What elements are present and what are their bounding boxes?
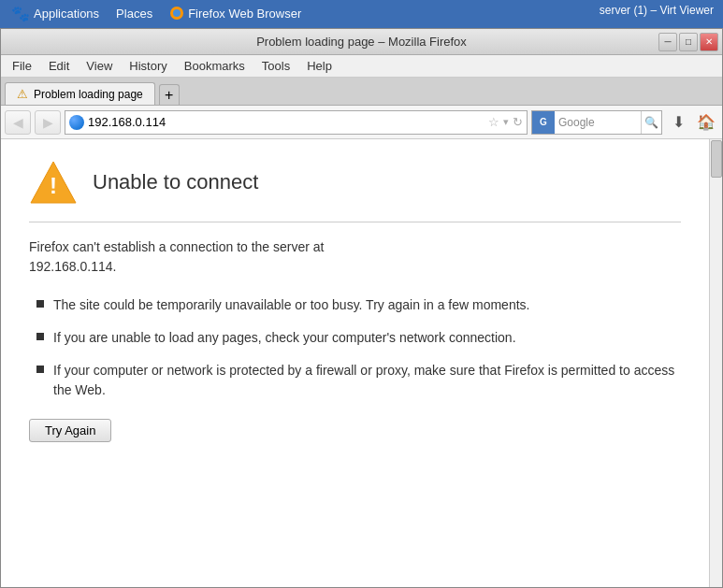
firefox-menubar: File Edit View History Bookmarks Tools H… xyxy=(1,55,722,78)
address-input[interactable] xyxy=(88,115,484,129)
places-menu[interactable]: Places xyxy=(108,5,160,22)
home-button[interactable]: 🏠 xyxy=(694,110,718,135)
desktop-topbar: 🐾 Applications Places Firefox Web Browse… xyxy=(0,0,723,26)
error-title: Unable to connect xyxy=(93,170,258,194)
bookmark-star-icon[interactable]: ☆ xyxy=(488,115,499,129)
error-description: Firefox can't establish a connection to … xyxy=(29,237,681,277)
applications-menu[interactable]: 🐾 Applications xyxy=(4,3,107,24)
error-list-item-1: The site could be temporarily unavailabl… xyxy=(36,295,681,315)
search-bar[interactable]: G Google 🔍 xyxy=(531,110,662,135)
error-divider xyxy=(29,222,681,222)
scroll-thumb[interactable] xyxy=(711,140,722,178)
refresh-icon[interactable]: ↻ xyxy=(513,115,523,129)
firefox-icon xyxy=(169,6,184,21)
menu-help[interactable]: Help xyxy=(299,57,340,75)
applications-label: Applications xyxy=(34,7,99,21)
window-controls: ─ □ ✕ xyxy=(658,33,718,51)
menu-history[interactable]: History xyxy=(122,57,174,75)
error-list-item-2: If you are unable to load any pages, che… xyxy=(36,328,681,348)
firefox-window-title: Problem loading page – Mozilla Firefox xyxy=(256,35,467,49)
menu-tools[interactable]: Tools xyxy=(254,57,297,75)
scrollbar[interactable] xyxy=(709,139,722,587)
error-header: ! Unable to connect xyxy=(29,158,681,207)
tab-warning-icon: ⚠ xyxy=(17,87,28,101)
bullet-icon-3 xyxy=(36,366,44,373)
error-list-item-3: If your computer or network is protected… xyxy=(36,361,681,400)
menu-edit[interactable]: Edit xyxy=(41,57,77,75)
svg-text:!: ! xyxy=(50,173,57,198)
address-bar[interactable]: ☆ ▾ ↻ xyxy=(65,110,528,135)
forward-button[interactable]: ▶ xyxy=(35,110,61,135)
places-label: Places xyxy=(116,7,152,21)
tab-bar: ⚠ Problem loading page + xyxy=(1,78,722,106)
download-button[interactable]: ⬇ xyxy=(666,110,690,135)
error-list: The site could be temporarily unavailabl… xyxy=(29,295,681,400)
google-search-icon: G xyxy=(532,111,555,134)
try-again-button[interactable]: Try Again xyxy=(29,419,111,442)
bullet-icon-1 xyxy=(36,300,44,308)
maximize-button[interactable]: □ xyxy=(679,33,698,51)
search-input[interactable]: Google xyxy=(555,116,641,129)
tab-label: Problem loading page xyxy=(34,88,143,101)
tab-problem-loading[interactable]: ⚠ Problem loading page xyxy=(5,82,155,105)
new-tab-button[interactable]: + xyxy=(159,84,180,105)
menu-bookmarks[interactable]: Bookmarks xyxy=(177,57,253,75)
back-button[interactable]: ◀ xyxy=(5,110,31,135)
page-content: ! Unable to connect Firefox can't establ… xyxy=(1,139,709,587)
svg-point-1 xyxy=(173,9,181,17)
firefox-titlebar: Problem loading page – Mozilla Firefox ─… xyxy=(1,29,722,55)
firefox-taskbar-label: Firefox Web Browser xyxy=(188,7,301,21)
search-go-button[interactable]: 🔍 xyxy=(641,111,661,134)
virt-viewer-title: server (1) – Virt Viewer xyxy=(600,4,714,17)
firefox-taskbar-btn[interactable]: Firefox Web Browser xyxy=(162,4,309,22)
menu-file[interactable]: File xyxy=(5,57,39,75)
globe-icon xyxy=(69,115,84,130)
firefox-window: Problem loading page – Mozilla Firefox ─… xyxy=(0,28,723,588)
minimize-button[interactable]: ─ xyxy=(658,33,677,51)
warning-triangle-icon: ! xyxy=(29,158,78,207)
content-area: ! Unable to connect Firefox can't establ… xyxy=(1,139,722,587)
menu-view[interactable]: View xyxy=(79,57,120,75)
close-button[interactable]: ✕ xyxy=(700,33,718,51)
bullet-icon-2 xyxy=(36,333,44,340)
dropdown-arrow-icon[interactable]: ▾ xyxy=(503,116,509,128)
navbar: ◀ ▶ ☆ ▾ ↻ G Google 🔍 ⬇ 🏠 xyxy=(1,106,722,139)
